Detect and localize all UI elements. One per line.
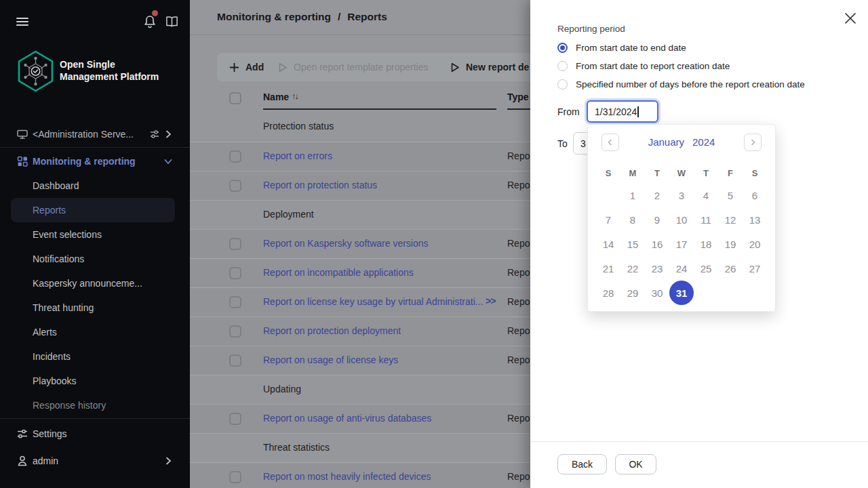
sidebar-item-notifications[interactable]: Notifications bbox=[11, 247, 175, 271]
sidebar-item-response-history[interactable]: Response history bbox=[11, 393, 175, 418]
chevron-right-icon[interactable] bbox=[163, 129, 174, 140]
calendar-day-26[interactable]: 26 bbox=[718, 256, 743, 281]
report-link[interactable]: Report on license key usage by virtual A… bbox=[263, 296, 483, 307]
calendar-day-11[interactable]: 11 bbox=[694, 207, 718, 232]
calendar-day-24[interactable]: 24 bbox=[669, 256, 694, 281]
calendar-day-29[interactable]: 29 bbox=[620, 281, 645, 305]
calendar-day-23[interactable]: 23 bbox=[645, 256, 669, 281]
calendar-day-17[interactable]: 17 bbox=[669, 232, 694, 256]
sidebar-item-admin[interactable]: admin bbox=[0, 449, 190, 473]
calendar-day-1[interactable]: 1 bbox=[620, 183, 645, 207]
sidebar-item-alerts[interactable]: Alerts bbox=[11, 320, 175, 344]
radio-label: Specified number of days before the repo… bbox=[576, 79, 805, 89]
row-checkbox[interactable] bbox=[229, 238, 241, 250]
calendar-day-13[interactable]: 13 bbox=[743, 207, 767, 232]
row-checkbox[interactable] bbox=[229, 471, 241, 483]
radio-unselected-icon[interactable] bbox=[557, 79, 568, 89]
calendar-day-4[interactable]: 4 bbox=[694, 183, 718, 207]
add-button[interactable]: Add bbox=[229, 53, 264, 81]
row-checkbox[interactable] bbox=[229, 150, 241, 163]
calendar-day-27[interactable]: 27 bbox=[743, 256, 767, 281]
calendar-day-7[interactable]: 7 bbox=[596, 207, 620, 232]
sidebar-item-playbooks[interactable]: Playbooks bbox=[11, 369, 175, 393]
report-link[interactable]: Report on most heavily infected devices bbox=[263, 471, 431, 482]
notifications-bell-icon[interactable] bbox=[143, 15, 157, 28]
calendar-day-20[interactable]: 20 bbox=[743, 232, 767, 256]
sidebar-item-incidents[interactable]: Incidents bbox=[11, 344, 175, 369]
report-link[interactable]: Report on usage of anti-virus databases bbox=[263, 413, 431, 424]
row-checkbox[interactable] bbox=[229, 296, 241, 308]
radio-option-days-before-creation[interactable]: Specified number of days before the repo… bbox=[557, 77, 805, 91]
weekday-label: M bbox=[620, 163, 645, 183]
calendar-day-30[interactable]: 30 bbox=[645, 281, 669, 305]
calendar-day-6[interactable]: 6 bbox=[743, 183, 767, 207]
calendar-year[interactable]: 2024 bbox=[692, 136, 715, 148]
breadcrumb: Monitoring & reporting/Reports bbox=[217, 11, 394, 23]
calendar-day-5[interactable]: 5 bbox=[718, 183, 743, 207]
sidebar-item-threat-hunting[interactable]: Threat hunting bbox=[11, 296, 175, 320]
calendar-day-10[interactable]: 10 bbox=[669, 207, 694, 232]
column-header-name[interactable]: Name bbox=[263, 92, 289, 102]
server-settings-sliders-icon[interactable] bbox=[149, 129, 160, 140]
calendar-day-2[interactable]: 2 bbox=[645, 183, 669, 207]
calendar-day-16[interactable]: 16 bbox=[645, 232, 669, 256]
report-link[interactable]: Report on protection deployment bbox=[263, 325, 401, 336]
group-label: Deployment bbox=[263, 209, 314, 220]
sidebar-item-administration-server[interactable]: <Administration Serve... bbox=[0, 122, 190, 146]
calendar-day-15[interactable]: 15 bbox=[620, 232, 645, 256]
calendar-month[interactable]: January bbox=[648, 136, 684, 148]
new-report-button[interactable]: New report de bbox=[450, 53, 529, 81]
sidebar-item-kaspersky-announcements[interactable]: Kaspersky announceme... bbox=[11, 271, 175, 296]
calendar-day-21[interactable]: 21 bbox=[596, 256, 620, 281]
overflow-chevrons-icon[interactable]: >> bbox=[486, 296, 495, 306]
calendar-day-12[interactable]: 12 bbox=[718, 207, 743, 232]
back-button[interactable]: Back bbox=[557, 454, 607, 474]
radio-label: From start date to report creation date bbox=[576, 61, 730, 71]
sidebar-item-event-selections[interactable]: Event selections bbox=[11, 222, 175, 247]
row-checkbox[interactable] bbox=[229, 354, 241, 367]
calendar-next-month-button[interactable] bbox=[744, 134, 762, 151]
report-link[interactable]: Report on incompatible applications bbox=[263, 267, 414, 278]
documentation-book-icon[interactable] bbox=[165, 16, 178, 28]
radio-option-start-to-creation[interactable]: From start date to report creation date bbox=[557, 59, 730, 73]
calendar-day-9[interactable]: 9 bbox=[645, 207, 669, 232]
row-checkbox[interactable] bbox=[229, 267, 241, 279]
sidebar-item-settings[interactable]: Settings bbox=[0, 422, 190, 446]
menu-hamburger-icon[interactable] bbox=[16, 16, 28, 28]
select-all-checkbox[interactable] bbox=[229, 92, 241, 104]
group-label: Protection status bbox=[263, 121, 334, 131]
sidebar-item-monitoring-reporting[interactable]: Monitoring & reporting bbox=[0, 149, 190, 174]
text-caret bbox=[637, 106, 639, 117]
report-link[interactable]: Report on protection status bbox=[263, 180, 377, 190]
sidebar-item-reports[interactable]: Reports bbox=[11, 198, 175, 222]
radio-option-start-to-end[interactable]: From start date to end date bbox=[557, 41, 686, 54]
radio-selected-icon[interactable] bbox=[557, 43, 568, 53]
calendar-day-14[interactable]: 14 bbox=[596, 232, 620, 256]
row-checkbox[interactable] bbox=[229, 325, 241, 338]
column-header-type[interactable]: Type bbox=[507, 92, 529, 102]
calendar-day-3[interactable]: 3 bbox=[669, 183, 694, 207]
calendar-day-8[interactable]: 8 bbox=[620, 207, 645, 232]
reporting-period-drawer: Reporting period From start date to end … bbox=[530, 0, 868, 488]
from-date-value: 1/31/2024 bbox=[595, 106, 637, 117]
row-checkbox[interactable] bbox=[229, 413, 241, 425]
radio-unselected-icon[interactable] bbox=[557, 61, 568, 71]
report-link[interactable]: Report on Kaspersky software versions bbox=[263, 238, 429, 249]
sort-arrows-icon[interactable]: ↑↓ bbox=[292, 91, 298, 101]
calendar-day-18[interactable]: 18 bbox=[694, 232, 718, 256]
calendar-day-28[interactable]: 28 bbox=[596, 281, 620, 305]
play-icon bbox=[278, 62, 288, 73]
from-date-input[interactable]: 1/31/2024 bbox=[587, 100, 658, 123]
close-icon[interactable] bbox=[844, 12, 856, 24]
calendar-day-19[interactable]: 19 bbox=[718, 232, 743, 256]
calendar-day-25[interactable]: 25 bbox=[694, 256, 718, 281]
report-link[interactable]: Report on usage of license keys bbox=[263, 354, 398, 365]
calendar-day-22[interactable]: 22 bbox=[620, 256, 645, 281]
kaspersky-hexagon-logo-icon bbox=[16, 50, 55, 92]
sidebar-item-dashboard[interactable]: Dashboard bbox=[11, 174, 175, 198]
report-link[interactable]: Report on errors bbox=[263, 150, 332, 161]
breadcrumb-parent[interactable]: Monitoring & reporting bbox=[217, 11, 331, 22]
row-checkbox[interactable] bbox=[229, 180, 241, 192]
calendar-day-31[interactable]: 31 bbox=[669, 281, 694, 305]
ok-button[interactable]: OK bbox=[615, 454, 656, 474]
